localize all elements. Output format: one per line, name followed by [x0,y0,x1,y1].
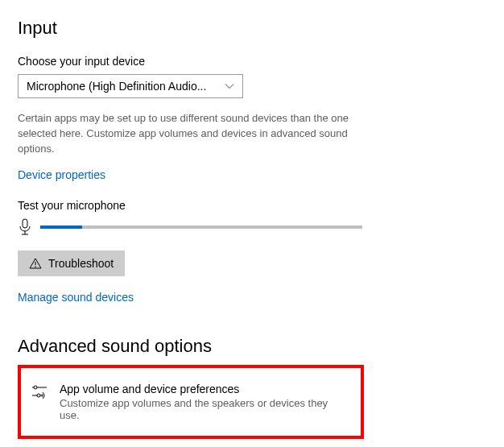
troubleshoot-button[interactable]: Troubleshoot [18,250,125,276]
test-microphone-label: Test your microphone [18,199,486,212]
microphone-icon [18,218,32,236]
warning-icon [29,257,42,270]
app-volume-preferences-item[interactable]: App volume and device preferences Custom… [23,370,359,434]
advanced-sound-options-heading: Advanced sound options [18,336,486,357]
advanced-item-subtitle: Customize app volumes and the speakers o… [60,397,349,421]
svg-rect-0 [23,219,27,228]
chevron-down-icon [225,81,234,91]
svg-point-6 [34,386,37,389]
input-device-select[interactable]: Microphone (High Definition Audio... [18,74,243,98]
troubleshoot-button-label: Troubleshoot [48,257,114,270]
manage-sound-devices-link[interactable]: Manage sound devices [18,291,134,304]
highlight-annotation: App volume and device preferences Custom… [18,365,364,439]
advanced-item-title: App volume and device preferences [60,383,349,395]
input-description: Certain apps may be set up to use differ… [18,111,372,157]
device-properties-link[interactable]: Device properties [18,168,105,181]
microphone-level-meter [40,226,362,229]
choose-input-device-label: Choose your input device [18,55,486,68]
svg-point-4 [35,266,36,267]
sliders-icon [31,383,48,403]
svg-point-8 [37,394,40,397]
input-heading: Input [18,18,486,39]
input-device-selected-text: Microphone (High Definition Audio... [27,80,206,93]
